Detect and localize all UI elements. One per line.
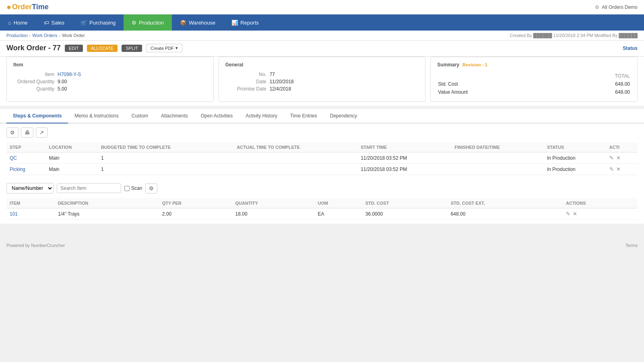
steps-content: ⚙ 🖶 ↗ STEP LOCATION BUDGETED TIME TO COM… <box>0 123 644 224</box>
col-status: STATUS <box>544 142 606 152</box>
tab-attachments[interactable]: Attachments <box>155 109 194 123</box>
tab-open-activities[interactable]: Open Activities <box>194 109 239 123</box>
breadcrumb-meta: Created By ██████ 11/20/2018 2:34 PM Mod… <box>510 33 638 38</box>
components-settings-button[interactable]: ⚙ <box>145 183 157 193</box>
tab-custom[interactable]: Custom <box>125 109 155 123</box>
steps-settings-button[interactable]: ⚙ <box>6 128 19 138</box>
item-field-row: Item H7098-Y-S <box>13 72 207 77</box>
ordered-qty-value: 9.00 <box>58 79 67 84</box>
general-panel: General No. 77 Date 11/20/2018 Promise D… <box>219 57 426 102</box>
step-actions: ✎ ✕ <box>606 152 638 164</box>
tab-memo[interactable]: Memo & Instructions <box>68 109 125 123</box>
no-label: No. <box>225 72 270 77</box>
comp-item-link[interactable]: 101 <box>10 211 18 217</box>
col-location: LOCATION <box>45 142 97 152</box>
summary-col-total: TOTAL <box>566 72 630 80</box>
no-value: 77 <box>270 72 275 77</box>
qty-value: 5.00 <box>58 86 67 92</box>
nav-sales[interactable]: 🏷 Sales <box>36 14 73 31</box>
breadcrumb: Production › Work Orders › Work Order <box>6 33 85 38</box>
comp-std-cost-ext: 648.00 <box>448 208 563 220</box>
split-button[interactable]: SPLIT <box>122 45 142 52</box>
pdf-dropdown-icon[interactable]: ▾ <box>175 45 178 51</box>
footer: Powered by NumberCruncher Terms <box>0 240 644 251</box>
item-link[interactable]: H7098-Y-S <box>58 72 81 77</box>
warehouse-icon: 📦 <box>180 20 186 26</box>
nav-production[interactable]: ⚙ Production <box>124 14 172 31</box>
step-finished <box>451 164 544 175</box>
col-budgeted-time: BUDGETED TIME TO COMPLETE <box>98 142 234 152</box>
settings-gear-icon[interactable]: ⚙ <box>595 4 599 10</box>
app-logo: ● Order Time <box>6 2 49 12</box>
steps-table: STEP LOCATION BUDGETED TIME TO COMPLETE … <box>6 142 638 175</box>
scan-checkbox[interactable] <box>124 186 130 191</box>
production-icon: ⚙ <box>132 20 136 26</box>
footer-right: Terms <box>625 243 638 248</box>
nav-warehouse-label: Warehouse <box>189 20 215 26</box>
nav-home-label: Home <box>14 20 28 26</box>
purchasing-icon: 🛒 <box>80 20 87 26</box>
nav-warehouse[interactable]: 📦 Warehouse <box>172 14 223 31</box>
sales-icon: 🏷 <box>44 20 49 26</box>
components-toolbar: Name/Number Description Item ID Scan ⚙ <box>6 183 638 193</box>
delete-comp-icon[interactable]: ✕ <box>573 211 577 217</box>
step-link[interactable]: Picking <box>10 167 25 172</box>
search-item-input[interactable] <box>57 183 121 193</box>
tab-activity-history[interactable]: Activity History <box>239 109 284 123</box>
breadcrumb-work-orders[interactable]: Work Orders <box>32 33 57 38</box>
components-table: ITEM DESCRIPTION QTY PER QUANTITY UOM ST… <box>6 198 638 220</box>
nav-purchasing[interactable]: 🛒 Purchasing <box>72 14 124 31</box>
std-cost-value: 648.00 <box>566 80 630 88</box>
value-amount-label: Value Amount <box>438 88 565 96</box>
comp-col-qty-per: QTY PER <box>159 198 232 208</box>
comp-item: 101 <box>6 208 55 220</box>
page-header: Work Order - 77 EDIT ALLOCATE SPLIT Crea… <box>0 41 644 57</box>
step-budgeted: 1 <box>98 164 234 175</box>
col-finished-datetime: FINISHED DATE/TIME <box>451 142 544 152</box>
edit-comp-icon[interactable]: ✎ <box>566 211 570 217</box>
comp-col-actions: ACTIONS <box>563 198 638 208</box>
summary-table: TOTAL Std. Cost 648.00 Value Amount 648.… <box>437 72 631 97</box>
edit-button[interactable]: EDIT <box>65 45 83 52</box>
demo-account-label: All Orders Demo <box>602 4 638 10</box>
steps-print-button[interactable]: 🖶 <box>21 128 33 138</box>
create-pdf-button[interactable]: Create PDF ▾ <box>146 44 182 52</box>
steps-export-button[interactable]: ↗ <box>36 128 47 138</box>
item-panel: Item Item H7098-Y-S Ordered Quantity 9.0… <box>6 57 214 102</box>
filter-select[interactable]: Name/Number Description Item ID <box>6 183 54 193</box>
step-link[interactable]: QC <box>10 155 17 161</box>
comp-col-description: DESCRIPTION <box>55 198 159 208</box>
tab-dependency[interactable]: Dependency <box>324 109 363 123</box>
step-start-time: 11/20/2018 03:52 PM <box>357 164 451 175</box>
nav-reports[interactable]: 📊 Reports <box>223 14 267 31</box>
item-panel-title: Item <box>13 62 207 68</box>
tab-steps-components[interactable]: Steps & Components <box>6 109 68 123</box>
summary-title-text: Summary <box>437 62 459 68</box>
pdf-label: Create PDF <box>151 46 174 51</box>
step-location: Main <box>45 152 97 164</box>
edit-step-icon[interactable]: ✎ <box>609 166 614 172</box>
allocate-button[interactable]: ALLOCATE <box>87 45 118 52</box>
ordered-qty-row: Ordered Quantity 9.00 <box>13 79 207 84</box>
top-bar: ● Order Time ⚙ All Orders Demo <box>0 0 644 14</box>
nav-production-label: Production <box>139 20 164 26</box>
logo-circle: ● <box>6 2 11 12</box>
nav-home[interactable]: ⌂ Home <box>0 14 36 31</box>
delete-step-icon[interactable]: ✕ <box>616 166 621 172</box>
step-start-time: 11/20/2018 03:52 PM <box>357 152 451 164</box>
comp-actions: ✎ ✕ <box>563 208 638 220</box>
promise-date-row: Promise Date 12/4/2018 <box>225 86 419 92</box>
summary-value-amount-row: Value Amount 648.00 <box>438 88 630 96</box>
logo-order: Order <box>12 3 32 11</box>
delete-step-icon[interactable]: ✕ <box>616 155 621 161</box>
no-row: No. 77 <box>225 72 419 77</box>
comp-col-quantity: QUANTITY <box>232 198 315 208</box>
steps-table-row: Picking Main 1 11/20/2018 03:52 PM In Pr… <box>6 164 638 175</box>
step-status: In Production <box>544 164 606 175</box>
status-label: Status <box>623 45 638 51</box>
breadcrumb-production[interactable]: Production <box>6 33 28 38</box>
edit-step-icon[interactable]: ✎ <box>609 155 614 161</box>
general-panel-title: General <box>225 62 419 68</box>
steps-table-row: QC Main 1 11/20/2018 03:52 PM In Product… <box>6 152 638 164</box>
tab-time-entries[interactable]: Time Entries <box>284 109 324 123</box>
